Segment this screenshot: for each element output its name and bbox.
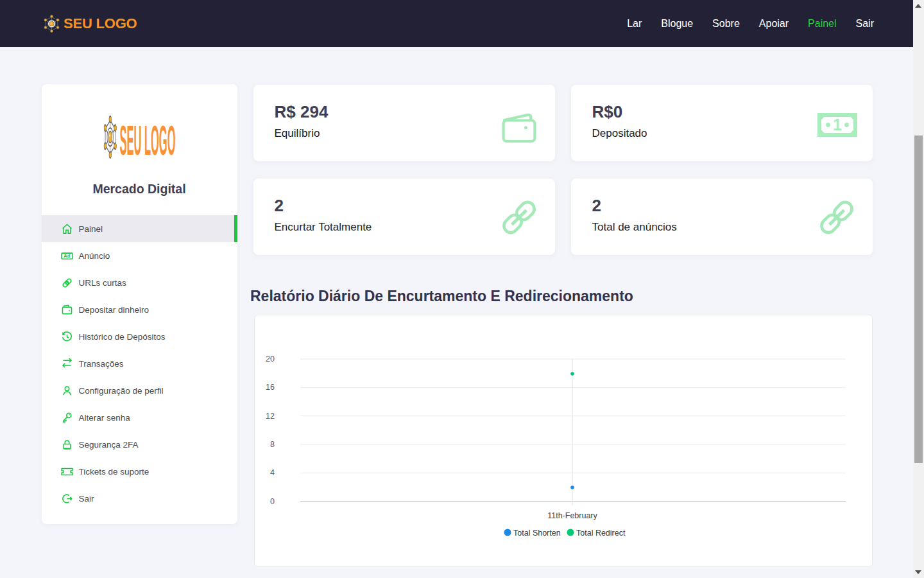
svg-text:0: 0 xyxy=(270,497,275,506)
svg-text:Total Shorten: Total Shorten xyxy=(513,529,561,538)
svg-text:SEU LOGO: SEU LOGO xyxy=(119,117,175,161)
svg-text:Total Redirect: Total Redirect xyxy=(576,529,626,538)
svg-text:Ad: Ad xyxy=(64,253,70,259)
svg-text:16: 16 xyxy=(266,383,275,392)
svg-text:20: 20 xyxy=(266,355,275,363)
svg-text:1: 1 xyxy=(833,116,842,134)
svg-text:12: 12 xyxy=(266,412,275,421)
svg-text:8: 8 xyxy=(270,440,275,449)
svg-text:11th-February: 11th-February xyxy=(547,511,597,520)
svg-text:4: 4 xyxy=(270,468,275,477)
